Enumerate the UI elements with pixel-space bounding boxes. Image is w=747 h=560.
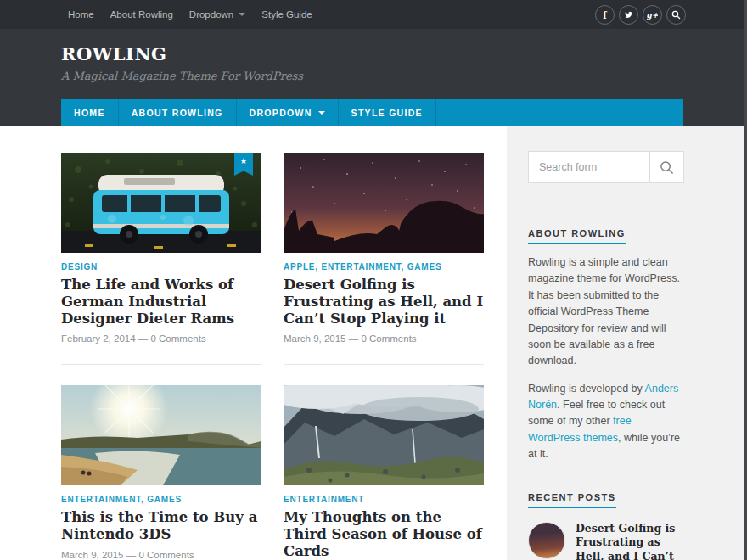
post-meta: February 2, 2014 — 0 Comments — [61, 333, 261, 344]
googleplus-icon[interactable]: g+ — [643, 5, 662, 25]
post-title[interactable]: My Thoughts on the Third Season of House… — [284, 509, 484, 559]
post-title[interactable]: Desert Golfing is Frustrating as Hell, a… — [284, 277, 484, 327]
post-categories[interactable]: APPLE, ENTERTAINMENT, GAMES — [284, 262, 484, 272]
magnifier-icon — [660, 160, 674, 175]
post-thumbnail-vw-bus[interactable]: ★ — [61, 153, 261, 253]
post-card: ★ DESIGN The Life and Works of German In… — [61, 153, 261, 365]
post-card: ENTERTAINMENT, GAMES This is the Time to… — [61, 385, 261, 560]
post-thumbnail-mountains[interactable] — [284, 385, 484, 485]
sidebar-divider — [528, 204, 684, 204]
topnav-item-styleguide[interactable]: Style Guide — [261, 9, 312, 20]
site-tagline: A Magical Magazine Theme For WordPress — [0, 64, 747, 82]
chevron-down-icon — [239, 13, 245, 16]
search-input[interactable] — [529, 152, 649, 182]
search-submit-button[interactable] — [649, 152, 683, 182]
mainnav-item-styleguide[interactable]: STYLE GUIDE — [339, 99, 436, 126]
post-card: APPLE, ENTERTAINMENT, GAMES Desert Golfi… — [284, 153, 484, 365]
topnav-item-home[interactable]: Home — [68, 9, 94, 20]
chevron-down-icon — [318, 111, 325, 115]
social-links: f g+ — [595, 5, 686, 25]
mainnav-item-dropdown[interactable]: DROPDOWN — [237, 99, 339, 126]
site-title[interactable]: ROWLING — [0, 29, 747, 64]
topnav-item-dropdown[interactable]: Dropdown — [189, 9, 245, 20]
recent-post-item[interactable]: Desert Golfing is Frustrating as Hell, a… — [528, 518, 684, 560]
top-utility-bar: Home About Rowling Dropdown Style Guide … — [0, 0, 747, 29]
post-title[interactable]: The Life and Works of German Industrial … — [61, 277, 261, 327]
mainnav-item-home[interactable]: HOME — [61, 99, 119, 126]
recent-thumb-night-sky — [528, 522, 565, 559]
about-paragraph-2: Rowling is developed by Anders Norén. Fe… — [528, 381, 684, 463]
post-categories[interactable]: ENTERTAINMENT — [284, 495, 484, 504]
recent-posts-widget: RECENT POSTS Desert Golfing is Frustrati… — [528, 489, 684, 560]
search-icon[interactable] — [666, 5, 686, 25]
post-title[interactable]: This is the Time to Buy a Nintendo 3DS — [61, 509, 261, 543]
svg-text:f: f — [603, 10, 607, 19]
post-categories[interactable]: ENTERTAINMENT, GAMES — [61, 495, 261, 504]
topnav-item-about[interactable]: About Rowling — [110, 9, 173, 20]
main-nav: HOME ABOUT ROWLING DROPDOWN STYLE GUIDE — [61, 99, 683, 126]
posts-grid: ★ DESIGN The Life and Works of German In… — [61, 153, 484, 560]
post-thumbnail-night-sky[interactable] — [284, 153, 484, 253]
post-thumbnail-beach[interactable] — [61, 385, 261, 485]
svg-text:g+: g+ — [647, 10, 658, 20]
post-meta: March 9, 2015 — 0 Comments — [284, 333, 484, 344]
top-nav: Home About Rowling Dropdown Style Guide — [68, 9, 312, 20]
post-card: ENTERTAINMENT My Thoughts on the Third S… — [284, 385, 484, 560]
post-categories[interactable]: DESIGN — [61, 262, 261, 272]
twitter-icon[interactable] — [619, 5, 638, 25]
mainnav-item-about[interactable]: ABOUT ROWLING — [119, 99, 237, 126]
about-widget: ABOUT ROWLING Rowling is a simple and cl… — [528, 225, 684, 463]
site-header: ROWLING A Magical Magazine Theme For Wor… — [0, 29, 747, 126]
page-body: ★ DESIGN The Life and Works of German In… — [0, 126, 747, 560]
about-paragraph-1: Rowling is a simple and clean magazine t… — [528, 255, 684, 370]
sidebar: ABOUT ROWLING Rowling is a simple and cl… — [528, 151, 684, 560]
recent-post-title: Desert Golfing is Frustrating as Hell, a… — [576, 522, 684, 560]
search-form — [528, 151, 684, 183]
post-meta: March 9, 2015 — 0 Comments — [61, 550, 261, 560]
facebook-icon[interactable]: f — [595, 5, 615, 25]
about-widget-title: ABOUT ROWLING — [528, 228, 626, 244]
recent-posts-title: RECENT POSTS — [528, 492, 616, 508]
